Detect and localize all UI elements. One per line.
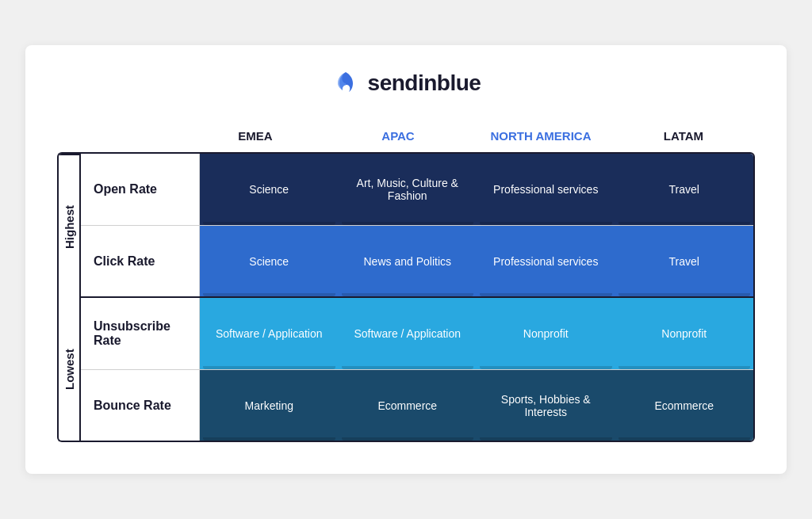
row-unsubscribe-rate: Unsubscribe Rate Software / Application … [81,298,753,369]
logo-text: sendinblue [368,71,481,96]
cell-click-rate-emea: Science [200,226,339,296]
col-header-north-america: NORTH AMERICA [469,126,612,146]
row-label-bounce-rate: Bounce Rate [81,370,200,441]
section-highest: Open Rate Science Art, Music, Culture & … [81,154,753,298]
table-main: Open Rate Science Art, Music, Culture & … [79,152,755,442]
row-click-rate: Click Rate Science News and Politics Pro… [81,225,753,296]
cell-open-rate-na: Professional services [477,154,615,225]
row-label-open-rate: Open Rate [81,154,200,225]
section-lowest: Unsubscribe Rate Software / Application … [81,298,753,441]
cell-open-rate-apac: Art, Music, Culture & Fashion [339,154,477,225]
sendinblue-logo-icon [331,69,360,97]
side-label-highest: Highest [59,154,79,298]
cell-click-rate-apac: News and Politics [339,226,477,296]
row-label-unsubscribe-rate: Unsubscribe Rate [81,298,200,369]
cell-click-rate-na: Professional services [477,226,615,296]
logo-area: sendinblue [57,69,755,97]
cell-unsub-emea: Software / Application [200,298,339,369]
col-header-apac: APAC [327,126,469,146]
row-open-rate: Open Rate Science Art, Music, Culture & … [81,154,753,225]
col-header-emea: EMEA [184,126,327,146]
cell-open-rate-emea: Science [200,154,339,225]
cell-click-rate-latam: Travel [615,226,754,296]
cell-unsub-na: Nonprofit [477,298,615,369]
cell-bounce-apac: Ecommerce [339,370,477,441]
row-label-click-rate: Click Rate [81,226,200,296]
col-header-latam: LATAM [612,126,755,146]
cell-bounce-emea: Marketing [200,370,339,441]
side-label-lowest: Lowest [59,298,79,441]
col-header-empty [57,126,184,146]
table-outer: Highest Lowest Open Rate Science Art, Mu… [57,152,755,442]
page-wrapper: sendinblue EMEA APAC NORTH AMERICA LATAM… [25,45,787,474]
cell-bounce-na: Sports, Hobbies & Interests [477,370,615,441]
row-bounce-rate: Bounce Rate Marketing Ecommerce Sports, … [81,369,753,441]
column-headers: EMEA APAC NORTH AMERICA LATAM [57,126,755,146]
cell-unsub-apac: Software / Application [339,298,477,369]
cell-bounce-latam: Ecommerce [615,370,754,441]
cell-unsub-latam: Nonprofit [615,298,754,369]
cell-open-rate-latam: Travel [615,154,754,225]
side-labels: Highest Lowest [57,152,79,442]
